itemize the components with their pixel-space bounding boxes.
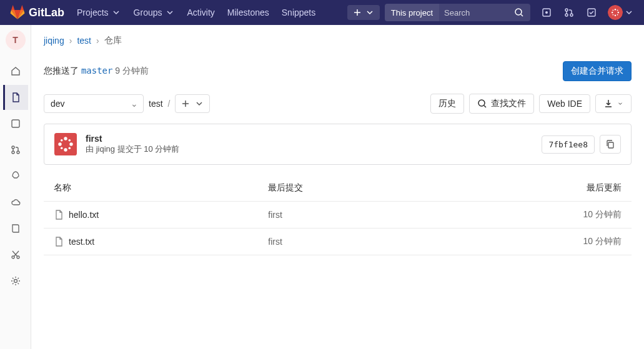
svg-point-29 [61, 139, 63, 142]
sidebar-repository[interactable] [3, 85, 28, 110]
scissors-icon [11, 250, 21, 260]
commit-author[interactable]: jiqing [96, 144, 115, 154]
svg-rect-16 [12, 120, 19, 127]
add-dropdown[interactable] [175, 94, 210, 113]
svg-point-12 [613, 10, 614, 11]
nav-groups[interactable]: Groups [127, 0, 181, 25]
nav-milestones[interactable]: Milestones [221, 0, 275, 25]
sidebar-mr[interactable] [3, 137, 28, 162]
nav-snippets[interactable]: Snippets [275, 0, 322, 25]
create-mr-button[interactable]: 创建合并请求 [563, 61, 632, 81]
commit-time: 10 分钟前 [144, 144, 179, 154]
download-icon [603, 99, 613, 109]
issues-icon [11, 119, 21, 129]
file-name-link[interactable]: hello.txt [69, 210, 99, 220]
file-commit[interactable]: first [268, 237, 282, 247]
main-nav: Projects Groups Activity Milestones Snip… [71, 0, 322, 25]
branch-select-label: dev [51, 99, 65, 109]
svg-point-5 [570, 14, 573, 16]
chevron-down-icon [111, 7, 121, 17]
chevron-down-icon[interactable] [624, 7, 634, 17]
svg-point-27 [69, 142, 72, 145]
chevron-down-icon [165, 7, 175, 17]
table-row[interactable]: test.txt first 10 分钟前 [44, 229, 632, 255]
svg-point-13 [617, 10, 618, 11]
todos-link[interactable] [580, 7, 603, 17]
chevron-down-icon [617, 99, 623, 109]
svg-point-25 [64, 137, 67, 140]
nav-activity[interactable]: Activity [181, 0, 221, 25]
svg-point-10 [618, 12, 619, 13]
push-branch[interactable]: master [81, 66, 113, 76]
gitlab-logo[interactable]: GitLab [10, 5, 64, 20]
issues-icon [542, 7, 552, 17]
issues-link[interactable] [535, 7, 558, 17]
search-icon [514, 7, 524, 17]
search-scope[interactable]: This project [385, 4, 439, 21]
copy-sha-button[interactable] [600, 135, 621, 154]
rocket-icon [11, 171, 21, 181]
project-avatar[interactable]: T [6, 30, 26, 50]
breadcrumb-sep: › [69, 36, 72, 46]
push-prefix: 您推送了 [44, 66, 81, 76]
sidebar-home[interactable] [3, 59, 28, 84]
file-name-link[interactable]: test.txt [69, 237, 94, 247]
sidebar-wiki[interactable] [3, 216, 28, 241]
search-input[interactable] [439, 4, 508, 21]
sidebar-snippets[interactable] [3, 242, 28, 267]
sidebar-settings[interactable] [3, 268, 28, 293]
svg-point-23 [478, 100, 485, 106]
breadcrumb-current: 仓库 [104, 35, 122, 46]
file-table: 名称 最后提交 最后更新 hello.txt first 10 分钟前 test… [44, 175, 632, 255]
user-avatar[interactable] [608, 5, 623, 20]
repo-toolbar: dev ⌄ test / 历史 查找文件 Web IDE [44, 94, 632, 114]
brand-text: GitLab [29, 6, 64, 19]
svg-point-9 [612, 12, 613, 13]
merge-request-icon [11, 145, 21, 155]
svg-point-8 [615, 9, 616, 10]
book-icon [11, 224, 21, 233]
breadcrumb-project[interactable]: test [77, 36, 91, 46]
mr-link[interactable] [558, 7, 580, 17]
svg-point-26 [58, 142, 61, 145]
search-box: This project [385, 4, 530, 21]
svg-rect-7 [608, 5, 623, 20]
sidebar-cicd[interactable] [3, 164, 28, 189]
download-dropdown[interactable] [595, 94, 632, 113]
svg-point-19 [17, 151, 19, 154]
sidebar-operations[interactable] [3, 190, 28, 215]
last-commit-box: first 由 jiqing 提交于 10 分钟前 7fbf1ee8 [44, 124, 632, 165]
path-root[interactable]: test [149, 99, 163, 109]
svg-point-20 [12, 256, 14, 258]
file-time: 10 分钟前 [583, 209, 622, 219]
push-time: 9 分钟前 [112, 66, 149, 76]
commit-sha[interactable]: 7fbf1ee8 [542, 135, 595, 154]
commit-title[interactable]: first [86, 134, 179, 144]
breadcrumb: jiqing › test › 仓库 [44, 35, 632, 46]
nav-projects[interactable]: Projects [71, 0, 127, 25]
sidebar-issues[interactable] [3, 111, 28, 136]
svg-point-18 [12, 151, 14, 154]
gear-icon [11, 276, 21, 286]
file-commit[interactable]: first [268, 210, 282, 220]
file-icon [54, 237, 64, 247]
svg-point-32 [69, 147, 71, 150]
find-file-button[interactable]: 查找文件 [469, 94, 534, 114]
svg-point-15 [617, 14, 618, 16]
svg-point-2 [545, 11, 548, 14]
new-dropdown[interactable] [347, 5, 380, 20]
svg-point-14 [613, 14, 614, 16]
breadcrumb-group[interactable]: jiqing [44, 36, 64, 46]
svg-point-17 [12, 146, 14, 149]
search-button[interactable] [508, 4, 530, 21]
branch-select[interactable]: dev ⌄ [44, 94, 144, 113]
commit-author-avatar[interactable] [54, 133, 77, 155]
merge-request-icon [564, 7, 574, 17]
file-icon [54, 210, 64, 220]
svg-point-0 [515, 9, 522, 15]
path-sep: / [168, 99, 171, 109]
doc-icon [11, 92, 21, 102]
history-button[interactable]: 历史 [430, 94, 464, 114]
webide-button[interactable]: Web IDE [539, 94, 590, 113]
table-row[interactable]: hello.txt first 10 分钟前 [44, 202, 632, 229]
